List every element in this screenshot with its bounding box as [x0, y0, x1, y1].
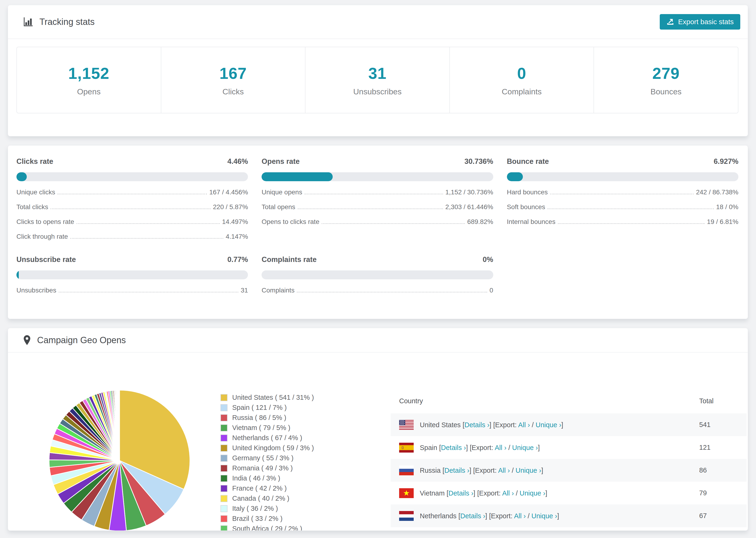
stat-value: 279 [652, 64, 679, 82]
stats-summary-row: 1,152Opens167Clicks31Unsubscribes0Compla… [17, 47, 738, 113]
details-link[interactable]: Details › [464, 421, 489, 428]
legend-item-spain[interactable]: Spain ( 121 / 7% ) [220, 403, 314, 413]
rate-detail-label: Unique opens [261, 188, 302, 196]
rate-block-unsubscribe-rate: Unsubscribe rate0.77%Unsubscribes31 [17, 255, 248, 294]
rate-title: Bounce rate [507, 157, 549, 166]
stat-box-bounces: 279Bounces [594, 47, 738, 113]
total-value: 79 [699, 482, 747, 505]
legend-item-germany[interactable]: Germany ( 55 / 3% ) [220, 453, 314, 463]
legend-item-united-states[interactable]: United States ( 541 / 31% ) [220, 393, 314, 403]
export-all-link[interactable]: All › [502, 489, 514, 497]
rate-detail-row: Click through rate4.147% [17, 233, 248, 241]
legend-swatch [220, 515, 228, 522]
slash: / [514, 489, 519, 497]
country-name: Spain [420, 444, 437, 451]
bracket: [ [441, 466, 445, 474]
dotted-leader [322, 223, 465, 224]
total-value: 541 [699, 413, 747, 436]
export-unique-link[interactable]: Unique › [536, 421, 561, 428]
pie-legend: United States ( 541 / 31% )Spain ( 121 /… [220, 393, 314, 531]
export-all-link[interactable]: All › [498, 466, 510, 474]
legend-item-italy[interactable]: Italy ( 36 / 2% ) [220, 504, 314, 513]
stat-value: 167 [220, 64, 247, 82]
rate-percent: 0% [483, 255, 493, 264]
pie-slice-other-40[interactable] [119, 390, 120, 460]
slash: / [530, 421, 536, 428]
legend-item-netherlands[interactable]: Netherlands ( 67 / 4% ) [220, 433, 314, 443]
bracket: [ [437, 444, 441, 451]
details-link[interactable]: Details › [449, 489, 473, 497]
legend-swatch [220, 465, 228, 472]
geo-header: Campaign Geo Opens [8, 328, 748, 352]
legend-item-india[interactable]: India ( 46 / 3% ) [220, 473, 314, 483]
country-cell: Vietnam [Details ›] [Export: All › / Uni… [391, 482, 699, 505]
export-prefix: [Export: [477, 489, 502, 497]
export-all-link[interactable]: All › [518, 421, 530, 428]
rates-card: Clicks rate4.46%Unique clicks167 / 4.456… [8, 145, 748, 319]
legend-swatch [220, 525, 228, 531]
rate-detail-row: Clicks to opens rate14.497% [17, 218, 248, 226]
country-links: Russia [Details ›] [Export: All › / Uniq… [420, 466, 543, 474]
country-name: Russia [420, 466, 441, 474]
legend-item-romania[interactable]: Romania ( 49 / 3% ) [220, 463, 314, 473]
export-all-link[interactable]: All › [495, 444, 507, 451]
legend-swatch [220, 424, 228, 431]
details-link[interactable]: Details › [445, 466, 469, 474]
table-row-vn: Vietnam [Details ›] [Export: All › / Uni… [391, 482, 747, 505]
progress-bar [17, 172, 248, 181]
progress-bar-fill [17, 270, 19, 279]
export-unique-link[interactable]: Unique › [531, 512, 557, 519]
export-unique-link[interactable]: Unique › [512, 444, 538, 451]
rate-detail-label: Click through rate [17, 233, 68, 241]
geo-table-header-row: Country Total [391, 385, 747, 413]
rate-detail-row: Internal bounces19 / 6.81% [507, 218, 738, 226]
geo-body: United States ( 541 / 31% )Spain ( 121 /… [8, 352, 748, 530]
export-prefix: [Export: [489, 512, 514, 519]
legend-item-south-africa[interactable]: South Africa ( 29 / 2% ) [220, 524, 314, 531]
bracket: ] [485, 512, 489, 519]
legend-swatch [220, 435, 228, 442]
export-unique-link[interactable]: Unique › [515, 466, 541, 474]
tracking-stats-card: Tracking stats Export basic stats 1,152O… [8, 5, 748, 136]
legend-item-france[interactable]: France ( 42 / 2% ) [220, 483, 314, 493]
rate-detail-label: Total clicks [17, 203, 48, 211]
legend-item-united-kingdom[interactable]: United Kingdom ( 59 / 3% ) [220, 443, 314, 453]
rate-title: Complaints rate [261, 255, 316, 264]
export-basic-stats-button[interactable]: Export basic stats [660, 14, 740, 29]
country-cell: United Kingdom [Details ›] [Export: All … [391, 527, 699, 531]
stat-box-unsubscribes: 31Unsubscribes [305, 47, 450, 113]
details-link[interactable]: Details › [460, 512, 485, 519]
country-links: Netherlands [Details ›] [Export: All › /… [420, 512, 559, 519]
rate-detail-label: Unsubscribes [17, 287, 56, 294]
dotted-leader [50, 208, 211, 209]
progress-bar [17, 270, 248, 279]
column-header-country: Country [391, 385, 699, 413]
export-icon [666, 18, 674, 26]
stat-value: 0 [517, 64, 526, 82]
legend-item-canada[interactable]: Canada ( 40 / 2% ) [220, 493, 314, 504]
rate-detail-row: Total clicks220 / 5.87% [17, 203, 248, 211]
flag-nl-icon [399, 511, 414, 521]
legend-item-russia[interactable]: Russia ( 86 / 5% ) [220, 413, 314, 423]
stat-label: Unsubscribes [353, 87, 402, 96]
rate-block-complaints-rate: Complaints rate0%Complaints0 [261, 255, 493, 294]
export-prefix: [Export: [470, 444, 495, 451]
export-all-link[interactable]: All › [514, 512, 526, 519]
bracket: ] [557, 512, 559, 519]
stat-label: Clicks [223, 87, 244, 96]
export-unique-link[interactable]: Unique › [519, 489, 545, 497]
legend-item-vietnam[interactable]: Vietnam ( 79 / 5% ) [220, 423, 314, 433]
legend-label: Germany ( 55 / 3% ) [232, 454, 294, 462]
stat-box-complaints: 0Complaints [450, 47, 594, 113]
legend-label: Spain ( 121 / 7% ) [232, 404, 287, 411]
dotted-leader [304, 194, 443, 194]
dotted-leader [59, 292, 239, 293]
bracket: ] [469, 466, 473, 474]
rate-detail-value: 167 / 4.456% [209, 188, 248, 196]
legend-item-brazil[interactable]: Brazil ( 33 / 2% ) [220, 513, 314, 524]
details-link[interactable]: Details › [441, 444, 466, 451]
rate-detail-value: 0 [490, 287, 493, 294]
rate-detail-row: Unique clicks167 / 4.456% [17, 188, 248, 196]
legend-label: Italy ( 36 / 2% ) [232, 505, 278, 512]
bracket: [ [445, 489, 449, 497]
